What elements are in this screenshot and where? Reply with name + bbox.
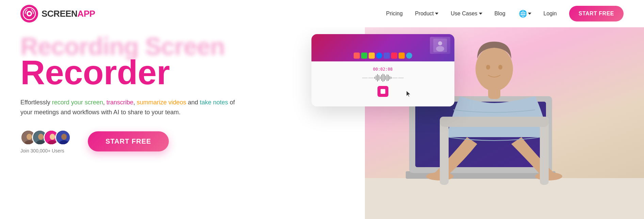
waveform-bar-3 bbox=[377, 74, 378, 82]
mockup-content: 00:02:08 bbox=[311, 61, 454, 106]
svg-point-18 bbox=[438, 41, 442, 45]
waveform-bar-13 bbox=[391, 77, 391, 79]
highlight-record: record your screen bbox=[52, 99, 103, 106]
audio-waveform bbox=[318, 74, 448, 82]
waveform-bar-1 bbox=[374, 77, 375, 79]
highlight-transcribe: transcribe bbox=[107, 99, 133, 106]
dock-icon-6 bbox=[391, 53, 397, 59]
waveform-dash-right bbox=[392, 78, 398, 78]
logo-icon bbox=[20, 5, 38, 23]
logo-wordmark: SCREENAPP bbox=[42, 9, 95, 19]
svg-point-9 bbox=[38, 134, 44, 140]
hero-blurred-heading: Recording Screen bbox=[20, 34, 352, 59]
svg-point-12 bbox=[50, 134, 55, 140]
screen-recording-mockup: 00:02:08 bbox=[311, 34, 454, 106]
users-count-label: Join 300,000+ Users bbox=[20, 148, 64, 154]
waveform-bar-2 bbox=[376, 75, 376, 80]
nav-blog[interactable]: Blog bbox=[495, 11, 505, 17]
svg-text:🌐: 🌐 bbox=[519, 10, 527, 18]
waveform-bar-5 bbox=[380, 76, 381, 79]
preview-person-icon bbox=[433, 39, 447, 52]
svg-rect-33 bbox=[440, 117, 549, 127]
waveform-bar-9 bbox=[385, 76, 386, 80]
waveform-bar-12 bbox=[389, 76, 390, 79]
avatar-4 bbox=[55, 130, 71, 145]
users-area: Join 300,000+ Users bbox=[20, 130, 71, 154]
dock-icon-7 bbox=[399, 53, 405, 59]
svg-point-28 bbox=[476, 47, 513, 91]
svg-point-30 bbox=[498, 65, 502, 70]
waveform-bar-4 bbox=[379, 75, 379, 81]
stop-icon bbox=[381, 89, 385, 94]
waveform-dash-left bbox=[362, 78, 368, 78]
nav-use-cases[interactable]: Use Cases bbox=[451, 11, 482, 17]
dock-icon-3 bbox=[369, 53, 375, 59]
waveform-bar-10 bbox=[387, 74, 387, 81]
waveform-bar-11 bbox=[388, 75, 389, 81]
translate-button[interactable]: 🌐 bbox=[518, 9, 531, 18]
mockup-dock bbox=[354, 53, 412, 59]
svg-point-15 bbox=[61, 134, 67, 140]
nav-product[interactable]: Product bbox=[415, 11, 438, 17]
nav-login[interactable]: Login bbox=[544, 11, 557, 17]
recording-timer: 00:02:08 bbox=[318, 67, 448, 72]
translate-chevron-icon bbox=[528, 13, 531, 15]
hero-title: Recorder bbox=[20, 55, 352, 89]
navbar: SCREENAPP Pricing Product Use Cases Blog… bbox=[0, 0, 644, 27]
hero-start-free-button[interactable]: START FREE bbox=[88, 131, 169, 151]
mockup-topbar bbox=[311, 34, 454, 61]
hero-actions: Join 300,000+ Users START FREE bbox=[20, 130, 352, 154]
cursor-icon bbox=[405, 90, 412, 98]
translate-icon: 🌐 bbox=[518, 9, 527, 18]
stop-button-area bbox=[318, 86, 448, 97]
use-cases-chevron-icon bbox=[479, 13, 482, 15]
svg-point-3 bbox=[28, 12, 31, 15]
dock-icon-2 bbox=[361, 53, 367, 59]
dock-icon-4 bbox=[376, 53, 382, 59]
nav-links: Pricing Product Use Cases Blog 🌐 Login S… bbox=[386, 6, 624, 21]
highlight-notes: take notes bbox=[200, 99, 228, 106]
dock-icon-8 bbox=[406, 53, 412, 59]
nav-pricing[interactable]: Pricing bbox=[386, 11, 403, 17]
hero-section: Recording Screen Recorder Effortlessly r… bbox=[0, 27, 644, 219]
hero-right-image: 00:02:08 bbox=[352, 27, 624, 219]
dock-icon-5 bbox=[384, 53, 390, 59]
hero-left-content: Recording Screen Recorder Effortlessly r… bbox=[20, 27, 352, 154]
svg-point-6 bbox=[27, 134, 32, 140]
hero-description: Effortlessly record your screen, transcr… bbox=[20, 98, 245, 117]
waveform-bar-6 bbox=[381, 75, 382, 81]
logo-app-text: APP bbox=[77, 9, 95, 19]
svg-point-29 bbox=[486, 65, 490, 70]
logo[interactable]: SCREENAPP bbox=[20, 5, 95, 23]
waveform-bar-8 bbox=[384, 74, 385, 81]
waveform-dash-right2 bbox=[398, 78, 404, 78]
logo-screen-text: SCREEN bbox=[42, 9, 77, 19]
svg-rect-20 bbox=[365, 178, 644, 219]
waveform-dash-left2 bbox=[368, 78, 374, 78]
product-chevron-icon bbox=[435, 13, 438, 15]
waveform-bar-7 bbox=[383, 74, 383, 82]
svg-point-19 bbox=[436, 46, 444, 52]
stop-recording-button[interactable] bbox=[377, 86, 388, 97]
dock-icon-1 bbox=[354, 53, 360, 59]
nav-start-free-button[interactable]: START FREE bbox=[569, 6, 624, 21]
highlight-summarize: summarize videos bbox=[137, 99, 186, 106]
user-avatars bbox=[20, 130, 71, 145]
